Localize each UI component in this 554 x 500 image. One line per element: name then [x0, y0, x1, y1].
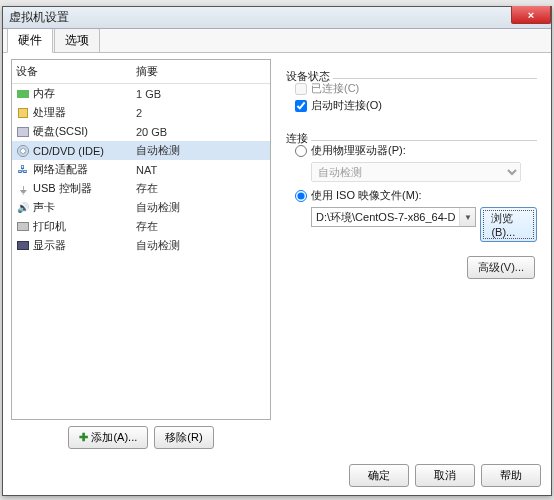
advanced-row: 高级(V)... [283, 256, 537, 279]
advanced-button[interactable]: 高级(V)... [467, 256, 535, 279]
device-buttons: ✚添加(A)... 移除(R) [11, 420, 271, 449]
device-row-cpu[interactable]: 处理器2 [12, 103, 270, 122]
chevron-down-icon[interactable]: ▼ [459, 208, 475, 226]
connect-poweron-row: 启动时连接(O) [295, 98, 537, 113]
device-row-printer[interactable]: 打印机存在 [12, 217, 270, 236]
memory-icon [16, 87, 30, 101]
device-row-sound[interactable]: 🔊声卡自动检测 [12, 198, 270, 217]
use-iso-radio[interactable] [295, 190, 307, 202]
physical-drive-select: 自动检测 [311, 162, 521, 182]
window-title: 虚拟机设置 [9, 9, 69, 26]
usb-icon: ⏚ [16, 182, 30, 196]
browse-button[interactable]: 浏览(B)... [480, 207, 537, 242]
iso-path-text: D:\环境\CentOS-7-x86_64-D [312, 210, 459, 225]
ok-button[interactable]: 确定 [349, 464, 409, 487]
device-row-memory[interactable]: 内存1 GB [12, 84, 270, 103]
device-row-network[interactable]: 🖧网络适配器NAT [12, 160, 270, 179]
settings-pane: 设备状态 已连接(C) 启动时连接(O) 连接 使用物理驱动器(P): [271, 59, 543, 449]
device-list[interactable]: 设备 摘要 内存1 GB 处理器2 硬盘(SCSI)20 GB CD/DVD (… [11, 59, 271, 420]
tab-hardware[interactable]: 硬件 [7, 28, 53, 53]
vm-settings-dialog: 虚拟机设置 × 硬件 选项 设备 摘要 内存1 GB 处理器2 硬盘(SCSI)… [2, 6, 552, 496]
device-list-header: 设备 摘要 [12, 60, 270, 84]
connected-label: 已连接(C) [311, 81, 359, 96]
connect-poweron-label: 启动时连接(O) [311, 98, 382, 113]
device-row-usb[interactable]: ⏚USB 控制器存在 [12, 179, 270, 198]
status-title: 设备状态 [283, 70, 333, 82]
printer-icon [16, 220, 30, 234]
display-icon [16, 239, 30, 253]
add-icon: ✚ [79, 431, 88, 444]
use-iso-row: 使用 ISO 映像文件(M): [295, 188, 537, 203]
remove-device-button[interactable]: 移除(R) [154, 426, 213, 449]
network-icon: 🖧 [16, 163, 30, 177]
device-pane: 设备 摘要 内存1 GB 处理器2 硬盘(SCSI)20 GB CD/DVD (… [11, 59, 271, 449]
connection-title: 连接 [283, 132, 311, 144]
connected-checkbox [295, 83, 307, 95]
col-device: 设备 [16, 64, 136, 79]
close-button[interactable]: × [511, 6, 551, 24]
dialog-body: 设备 摘要 内存1 GB 处理器2 硬盘(SCSI)20 GB CD/DVD (… [3, 53, 551, 457]
connected-row: 已连接(C) [295, 81, 537, 96]
use-physical-row: 使用物理驱动器(P): [295, 143, 537, 158]
cdrom-icon [16, 144, 30, 158]
use-physical-radio[interactable] [295, 145, 307, 157]
iso-path-combo[interactable]: D:\环境\CentOS-7-x86_64-D ▼ [311, 207, 476, 227]
tab-row: 硬件 选项 [3, 29, 551, 53]
hdd-icon [16, 125, 30, 139]
use-physical-label: 使用物理驱动器(P): [311, 143, 406, 158]
iso-path-row: D:\环境\CentOS-7-x86_64-D ▼ 浏览(B)... [311, 207, 537, 242]
titlebar[interactable]: 虚拟机设置 × [3, 7, 551, 29]
add-device-button[interactable]: ✚添加(A)... [68, 426, 148, 449]
device-row-cdrom[interactable]: CD/DVD (IDE)自动检测 [12, 141, 270, 160]
dialog-footer: 确定 取消 帮助 [349, 464, 541, 487]
device-row-display[interactable]: 显示器自动检测 [12, 236, 270, 255]
help-button[interactable]: 帮助 [481, 464, 541, 487]
connect-poweron-checkbox[interactable] [295, 100, 307, 112]
cancel-button[interactable]: 取消 [415, 464, 475, 487]
col-summary: 摘要 [136, 64, 270, 79]
close-icon: × [528, 9, 534, 21]
cpu-icon [16, 106, 30, 120]
use-iso-label: 使用 ISO 映像文件(M): [311, 188, 422, 203]
tab-options[interactable]: 选项 [54, 28, 100, 52]
device-row-hdd[interactable]: 硬盘(SCSI)20 GB [12, 122, 270, 141]
sound-icon: 🔊 [16, 201, 30, 215]
status-group: 设备状态 [283, 63, 537, 79]
connection-group: 连接 [283, 125, 537, 141]
physical-drive-select-wrap: 自动检测 [311, 160, 537, 182]
